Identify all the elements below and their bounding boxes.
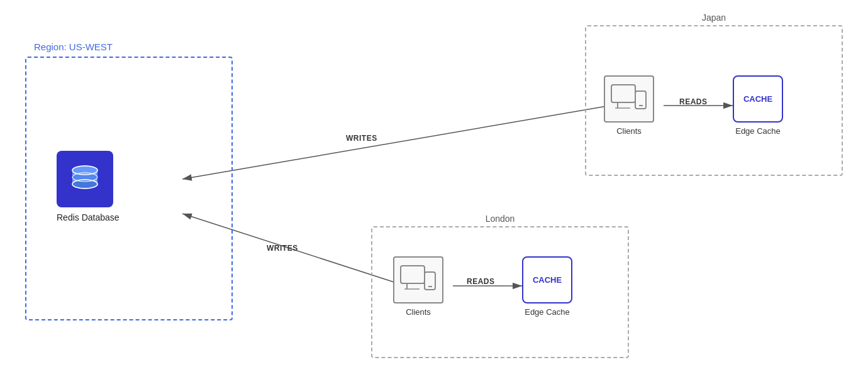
writes-london-label: WRITES	[267, 244, 298, 253]
japan-cache-icon: CACHE	[733, 75, 783, 123]
redis-db-group: Redis Database	[57, 151, 120, 222]
london-cache-icon: CACHE	[522, 256, 572, 303]
redis-db-icon	[57, 151, 113, 207]
london-clients-group: Clients	[393, 256, 443, 317]
japan-clients-group: Clients	[604, 75, 654, 136]
japan-cache-label: Edge Cache	[735, 126, 781, 136]
region-uswest-label: Region: US-WEST	[34, 41, 113, 52]
japan-cache-group: CACHE Edge Cache	[733, 75, 783, 136]
london-clients-label: Clients	[406, 307, 431, 317]
svg-rect-12	[611, 85, 635, 102]
london-cache-label: Edge Cache	[525, 307, 570, 317]
london-cache-group: CACHE Edge Cache	[522, 256, 572, 317]
reads-japan-label: READS	[679, 97, 708, 106]
london-clients-icon	[393, 256, 443, 303]
japan-cache-text: CACHE	[743, 94, 772, 104]
svg-line-1	[182, 106, 610, 179]
japan-clients-icon	[604, 75, 654, 123]
reads-london-label: READS	[467, 277, 495, 286]
svg-rect-17	[401, 266, 425, 283]
redis-db-label: Redis Database	[57, 212, 120, 222]
japan-clients-label: Clients	[616, 126, 642, 136]
writes-japan-label: WRITES	[346, 134, 377, 143]
region-london-label: London	[486, 214, 515, 224]
region-japan-label: Japan	[702, 13, 726, 23]
diagram-container: Region: US-WEST Redis Database Ja	[0, 0, 868, 377]
london-cache-text: CACHE	[533, 275, 562, 285]
